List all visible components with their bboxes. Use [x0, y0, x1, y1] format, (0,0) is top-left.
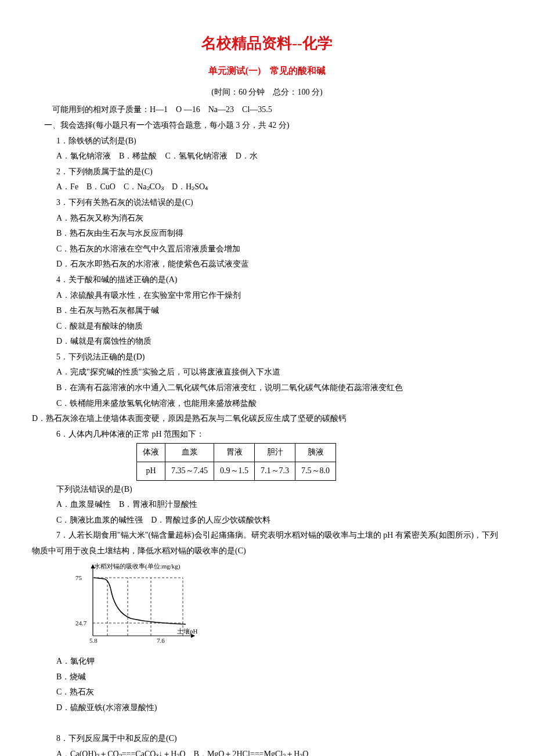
q7-b: B．烧碱 — [32, 669, 502, 685]
th-pancreatic: 胰液 — [295, 444, 336, 462]
q1-options: A．氯化钠溶液 B．稀盐酸 C．氢氧化钠溶液 D．水 — [32, 149, 502, 164]
title-main: 名校精品资料--化学 — [32, 29, 502, 57]
q3-stem: 3．下列有关熟石灰的说法错误的是(C) — [32, 195, 502, 211]
ytick-247: 24.7 — [75, 620, 87, 627]
q4-stem: 4．关于酸和碱的描述正确的是(A) — [32, 272, 502, 288]
td-ph-label: pH — [137, 462, 165, 481]
q7-chart: 水稻对镉的吸收率(单位:mg/kg) 75 24.7 5.8 7.6 土壤pH — [70, 560, 203, 647]
q7-stem: 7．人若长期食用"镉大米"(镉含量超标)会引起痛痛病。研究表明水稻对镉的吸收率与… — [32, 528, 502, 559]
q5-b: B．在滴有石蕊溶液的水中通入二氧化碳气体后溶液变红，说明二氧化碳气体能使石蕊溶液… — [32, 380, 502, 396]
q3-c: C．熟石灰的水溶液在空气中久置后溶液质量会增加 — [32, 242, 502, 257]
table-row: 体液 血浆 胃液 胆汁 胰液 — [137, 444, 336, 462]
q6-row1: A．血浆显碱性 B．胃液和胆汁显酸性 — [32, 497, 502, 513]
th-bile: 胆汁 — [255, 444, 295, 462]
q3-d: D．石灰水即熟石灰的水溶液，能使紫色石蕊试液变蓝 — [32, 257, 502, 272]
td-plasma-ph: 7.35～7.45 — [165, 462, 214, 481]
atomic-mass-line: 可能用到的相对原子质量：H—1 O —16 Na—23 Cl—35.5 — [32, 102, 502, 118]
q4-c: C．酸就是有酸味的物质 — [32, 319, 502, 334]
q4-b: B．生石灰与熟石灰都属于碱 — [32, 303, 502, 319]
th-gastric: 胃液 — [214, 444, 255, 462]
q5-a: A．完成"探究碱的性质"实验之后，可以将废液直接倒入下水道 — [32, 365, 502, 380]
xtick-76: 7.6 — [157, 637, 165, 644]
x-axis-label: 土壤pH — [177, 628, 198, 635]
td-gastric-ph: 0.9～1.5 — [214, 462, 255, 481]
q7-stem-text: 7．人若长期食用"镉大米"(镉含量超标)会引起痛痛病。研究表明水稻对镉的吸收率与… — [32, 531, 498, 555]
q2-stem: 2．下列物质属于盐的是(C) — [32, 164, 502, 180]
q3-a: A．熟石灰又称为消石灰 — [32, 211, 502, 226]
q5-d: D．熟石灰涂在墙上使墙体表面变硬，原因是熟石灰与二氧化碳反应生成了坚硬的碳酸钙 — [32, 411, 502, 427]
td-pancreatic-ph: 7.5～8.0 — [295, 462, 336, 481]
q1-stem: 1．除铁锈的试剂是(B) — [32, 134, 502, 149]
meta-line: (时间：60 分钟 总分：100 分) — [32, 85, 502, 100]
td-bile-ph: 7.1～7.3 — [255, 462, 295, 481]
q6-stem: 6．人体内几种体液的正常 pH 范围如下： — [32, 427, 502, 442]
xtick-58: 5.8 — [89, 637, 98, 644]
q4-a: A．浓硫酸具有吸水性，在实验室中常用它作干燥剂 — [32, 288, 502, 304]
q7-d: D．硫酸亚铁(水溶液显酸性) — [32, 700, 502, 716]
q5-c: C．铁桶能用来盛放氢氧化钠溶液，也能用来盛放稀盐酸 — [32, 396, 502, 412]
q5-stem: 5．下列说法正确的是(D) — [32, 350, 502, 365]
q2-options: A．Fe B．CuO C．Na₂CO₃ D．H₂SO₄ — [32, 179, 502, 195]
q6-table: 体液 血浆 胃液 胆汁 胰液 pH 7.35～7.45 0.9～1.5 7.1～… — [136, 443, 336, 480]
q8-stem: 8．下列反应属于中和反应的是(C) — [32, 731, 502, 747]
section-1-heading: 一、我会选择(每小题只有一个选项符合题意，每小题 3 分，共 42 分) — [32, 118, 502, 134]
ytick-75: 75 — [75, 574, 82, 581]
blank-line — [32, 716, 502, 732]
table-row: pH 7.35～7.45 0.9～1.5 7.1～7.3 7.5～8.0 — [137, 462, 336, 481]
q7-c: C．熟石灰 — [32, 685, 502, 700]
q7-a: A．氯化钾 — [32, 654, 502, 669]
q8-row1: A．Ca(OH)₂＋CO₂===CaCO₃↓＋H₂O B．MgO＋2HCl===… — [32, 747, 502, 756]
th-fluid: 体液 — [137, 444, 165, 462]
q6-after: 下列说法错误的是(B) — [32, 482, 502, 498]
q4-d: D．碱就是有腐蚀性的物质 — [32, 334, 502, 350]
q3-b: B．熟石灰由生石灰与水反应而制得 — [32, 226, 502, 242]
th-plasma: 血浆 — [165, 444, 214, 462]
q6-row2: C．胰液比血浆的碱性强 D．胃酸过多的人应少饮碳酸饮料 — [32, 513, 502, 528]
title-sub: 单元测试(一) 常见的酸和碱 — [32, 62, 502, 80]
y-axis-label: 水稻对镉的吸收率(单位:mg/kg) — [94, 563, 181, 570]
